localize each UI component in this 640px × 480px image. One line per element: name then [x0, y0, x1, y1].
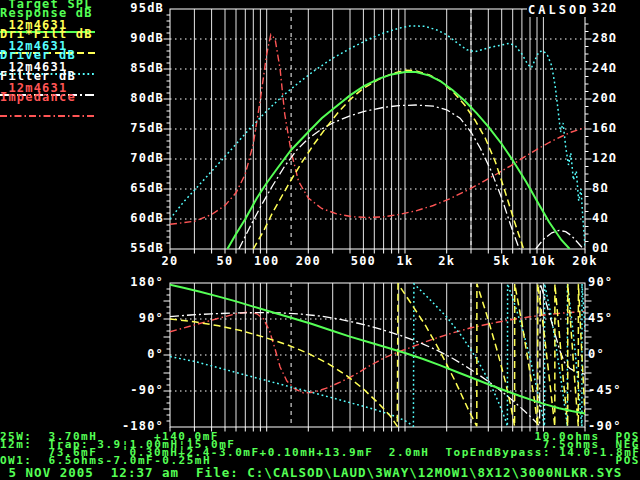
impedance-y-axis-label: 32Ω: [592, 2, 617, 15]
curve-driver-response: [170, 26, 585, 248]
legend-subtitle: Impedance: [0, 93, 76, 102]
impedance-y-axis-label: 24Ω: [592, 62, 617, 75]
impedance-phase-y-axis-label: -45°: [588, 384, 622, 397]
phase-plot-frame: [170, 283, 585, 427]
frequency-axis-label: 20k: [560, 255, 610, 268]
impedance-phase-y-axis-label: 0°: [588, 348, 605, 361]
frequency-axis-label: 2k: [422, 255, 472, 268]
legend-subtitle: Filter dB: [0, 72, 76, 81]
curve-impedance-magnitude: [170, 35, 585, 225]
chart-canvas: [0, 0, 640, 480]
curve-driver-phase: [170, 284, 585, 426]
spl-y-axis-label: 70dB: [104, 152, 164, 165]
curve-driver-times-filter-phase: [170, 284, 585, 426]
spl-y-axis-label: 95dB: [104, 2, 164, 15]
status-text: 6.5ohms-7.0mF-0.25mH: [49, 456, 211, 465]
phase-y-axis-label: 0°: [94, 348, 164, 361]
legend-subtitle: Dri*Filt dB: [0, 30, 93, 39]
curve-filter-phase: [170, 284, 585, 426]
impedance-y-axis-label: 16Ω: [592, 122, 617, 135]
phase-y-axis-label: 90°: [94, 312, 164, 325]
impedance-y-axis-label: 20Ω: [592, 92, 617, 105]
spl-y-axis-label: 90dB: [104, 32, 164, 45]
curve-filter-response: [239, 105, 519, 249]
impedance-y-axis-label: 12Ω: [592, 152, 617, 165]
calsod-screen: Target SPLResponse dB 12m4631Dri*Filt dB…: [0, 0, 640, 480]
curve-target-phase: [170, 285, 585, 414]
status-text: TopEndBypass: 14.0-1.8mF: [446, 448, 640, 457]
spl-y-axis-label: 55dB: [104, 242, 164, 255]
status-text: OW1:: [0, 456, 33, 465]
impedance-phase-y-axis-label: 90°: [588, 276, 613, 289]
impedance-phase-y-axis-label: 45°: [588, 312, 613, 325]
spl-y-axis-label: 80dB: [104, 92, 164, 105]
impedance-y-axis-label: 28Ω: [592, 32, 617, 45]
status-text: 12m:: [0, 440, 33, 449]
legend-subtitle: Driver dB: [0, 51, 76, 60]
spl-y-axis-label: 65dB: [104, 182, 164, 195]
spl-plot-frame: [170, 9, 585, 249]
frequency-axis-label: 20: [145, 255, 195, 268]
legend-subtitle: Response dB: [0, 9, 93, 18]
legend-linestyle-sample: [0, 103, 95, 122]
status-text: 2.0mH: [389, 448, 430, 457]
spl-y-axis-label: 60dB: [104, 212, 164, 225]
frequency-axis-label: 200: [283, 255, 333, 268]
status-text: POS: [616, 456, 640, 465]
spl-y-axis-label: 85dB: [104, 62, 164, 75]
impedance-y-axis-label: 8Ω: [592, 182, 609, 195]
impedance-y-axis-label: 4Ω: [592, 212, 609, 225]
spl-y-axis-label: 75dB: [104, 122, 164, 135]
phase-y-axis-label: 180°: [94, 276, 164, 289]
date-file-bar: 5 NOV 2005 12:37 am File: C:\CALSOD\LAUD…: [0, 466, 622, 479]
phase-y-axis-label: -90°: [94, 384, 164, 397]
app-title: CALSOD: [527, 4, 590, 17]
